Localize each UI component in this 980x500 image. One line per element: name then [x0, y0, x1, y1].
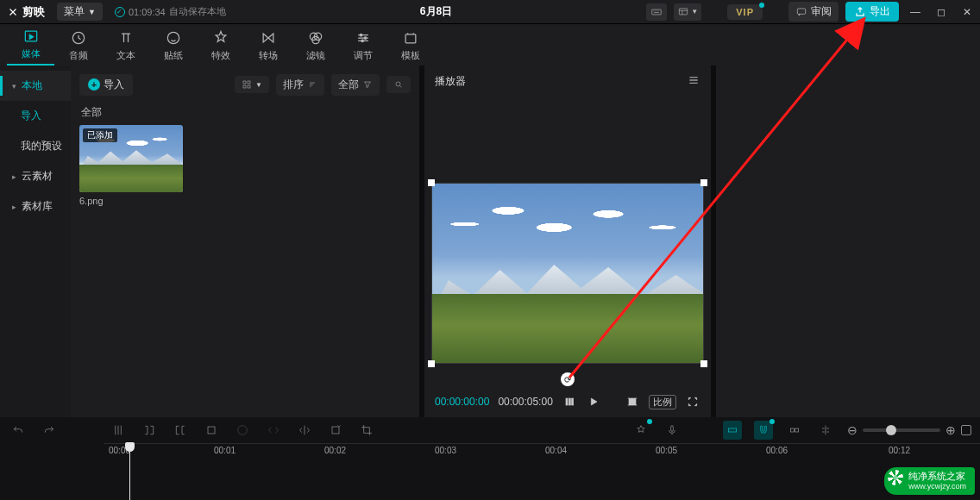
asset-section-title: 全部 — [79, 97, 411, 125]
autosave-status: ✓ 01:09:34 自动保存本地 — [115, 5, 226, 18]
notification-dot — [759, 3, 764, 8]
mic-button[interactable] — [663, 421, 682, 440]
svg-rect-27 — [790, 428, 794, 432]
menu-button[interactable]: 菜单 ▼ — [57, 3, 103, 21]
undo-button[interactable] — [9, 421, 28, 440]
tab-sticker[interactable]: 贴纸 — [149, 28, 197, 66]
ratio-button[interactable]: 比例 — [649, 395, 676, 409]
tab-transition[interactable]: 转场 — [244, 28, 292, 66]
zoom-in-button[interactable]: ⊕ — [945, 423, 956, 437]
resize-handle[interactable] — [700, 360, 707, 367]
filter-button[interactable]: 全部 — [331, 74, 380, 96]
resize-handle[interactable] — [428, 360, 435, 367]
magic-button[interactable] — [631, 421, 650, 440]
fullscreen-button[interactable] — [685, 394, 700, 409]
cut-left-button[interactable] — [140, 421, 159, 440]
svg-rect-24 — [332, 427, 339, 434]
titlebar: 剪映 菜单 ▼ ✓ 01:09:34 自动保存本地 6月8日 ▼ VIP 审阅 — [0, 0, 980, 24]
zoom-fit-button[interactable] — [961, 425, 971, 435]
tab-filter[interactable]: 滤镜 — [292, 28, 339, 66]
mirror-button[interactable] — [295, 421, 314, 440]
search-button[interactable] — [386, 76, 411, 93]
nav-preset[interactable]: 我的预设 — [0, 131, 71, 161]
main-area: ▾ 本地 导入 我的预设 ▸ 云素材 ▸ 素材库 + 导入 — [0, 66, 980, 417]
cut-right-button[interactable] — [171, 421, 190, 440]
play-button[interactable] — [586, 394, 601, 409]
minimize-button[interactable]: — — [906, 6, 925, 18]
svg-rect-12 — [405, 34, 416, 43]
view-grid-button[interactable]: ▼ — [235, 76, 269, 93]
redo-button[interactable] — [40, 421, 59, 440]
speed-icon — [236, 423, 249, 437]
review-button[interactable]: 审阅 — [788, 2, 839, 22]
zoom-slider[interactable] — [863, 428, 940, 432]
tab-text[interactable]: 文本 — [102, 28, 149, 66]
transition-icon — [259, 28, 278, 47]
nav-local[interactable]: ▾ 本地 — [0, 71, 71, 101]
align-icon — [819, 423, 832, 437]
rotate-button[interactable] — [326, 421, 345, 440]
nav-import[interactable]: 导入 — [0, 101, 71, 131]
keyboard-button[interactable] — [646, 3, 667, 21]
prev-frame-button[interactable] — [562, 394, 577, 409]
adjust-icon — [354, 28, 373, 47]
zoom-out-button[interactable]: ⊖ — [847, 423, 858, 437]
chevron-down-icon: ▼ — [88, 8, 96, 16]
filter-icon — [306, 28, 325, 47]
resize-handle[interactable] — [700, 179, 707, 186]
split-button[interactable] — [109, 421, 128, 440]
safezone-button[interactable] — [625, 394, 640, 409]
mic-icon — [665, 423, 679, 437]
track-main-button[interactable] — [723, 421, 742, 440]
maximize-button[interactable]: ◻ — [932, 6, 951, 18]
crop-button[interactable] — [357, 421, 376, 440]
reverse-button[interactable] — [264, 421, 283, 440]
autosave-text: 自动保存本地 — [169, 5, 226, 18]
svg-point-9 — [360, 34, 362, 36]
resize-handle[interactable] — [428, 179, 435, 186]
svg-rect-1 — [680, 8, 688, 14]
tab-adjust[interactable]: 调节 — [339, 28, 386, 66]
timecode-current: 00:00:00:00 — [435, 396, 489, 408]
export-button[interactable]: 导出 — [845, 2, 899, 22]
vip-badge[interactable]: VIP — [727, 4, 763, 20]
nav-cloud[interactable]: ▸ 云素材 — [0, 161, 71, 191]
track-lock-button[interactable] — [785, 421, 804, 440]
speed-button[interactable] — [233, 421, 252, 440]
player-canvas[interactable]: ⟳ — [431, 183, 704, 364]
tab-media[interactable]: 媒体 — [7, 27, 54, 66]
ruler-tick: 00:04 — [545, 446, 567, 455]
close-button[interactable]: ✕ — [958, 6, 977, 18]
rotate-handle[interactable]: ⟳ — [561, 372, 575, 386]
layout-button[interactable]: ▼ — [674, 3, 701, 21]
sort-button[interactable]: 排序 — [276, 74, 324, 96]
tab-audio[interactable]: 音频 — [54, 28, 102, 66]
chevron-right-icon: ▸ — [12, 203, 16, 211]
track-align-button[interactable] — [816, 421, 835, 440]
zoom-knob[interactable] — [886, 425, 896, 435]
tab-effect[interactable]: 特效 — [197, 28, 244, 66]
track-magnet-button[interactable] — [754, 421, 773, 440]
undo-icon — [11, 423, 25, 437]
nav-library[interactable]: ▸ 素材库 — [0, 191, 71, 222]
playhead[interactable] — [129, 443, 130, 500]
thumb-filename: 6.png — [79, 192, 411, 206]
app-name: 剪映 — [22, 4, 45, 20]
assets-nav: ▾ 本地 导入 我的预设 ▸ 云素材 ▸ 素材库 — [0, 66, 71, 417]
import-button[interactable]: + 导入 — [79, 74, 133, 96]
timeline-ruler[interactable]: 00:00 00:01 00:02 00:03 00:04 00:05 00:0… — [104, 443, 980, 460]
reverse-icon — [267, 423, 280, 437]
export-icon — [854, 6, 866, 18]
thumb-image: 已添加 — [79, 125, 183, 192]
timeline-tracks[interactable] — [0, 460, 980, 500]
redo-icon — [42, 423, 56, 437]
player-menu-button[interactable] — [687, 73, 700, 90]
play-icon — [587, 395, 600, 409]
rotate-icon — [329, 423, 342, 437]
keyboard-icon — [650, 6, 663, 18]
svg-rect-22 — [208, 427, 215, 434]
tab-template[interactable]: 模板 — [386, 28, 434, 66]
asset-thumb[interactable]: 已添加 6.png — [79, 125, 411, 206]
svg-rect-18 — [566, 398, 568, 405]
delete-button[interactable] — [202, 421, 221, 440]
